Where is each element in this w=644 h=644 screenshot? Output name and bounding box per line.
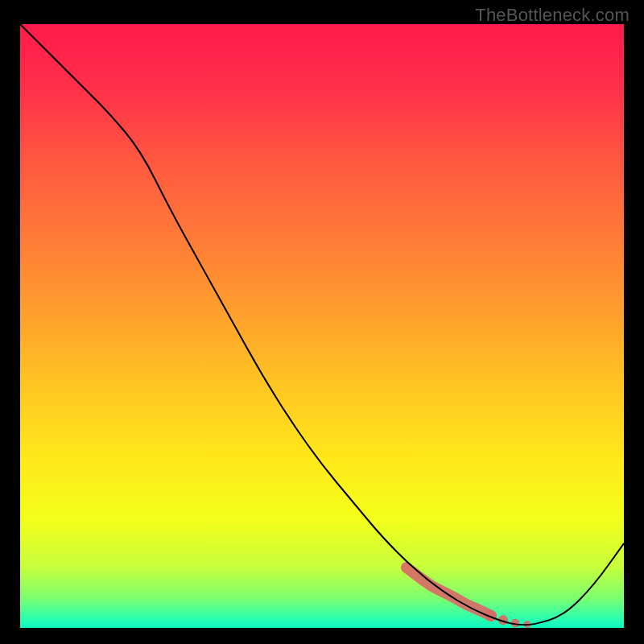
watermark-label: TheBottleneck.com	[475, 5, 630, 26]
plot-area	[20, 24, 624, 628]
chart-container: TheBottleneck.com	[0, 0, 644, 644]
chart-svg	[20, 24, 624, 628]
